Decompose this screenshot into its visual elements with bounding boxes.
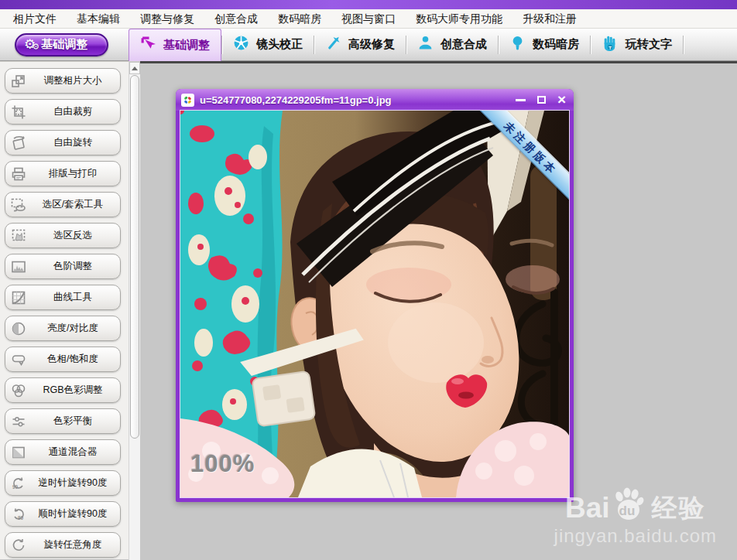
rotate-cw-90-icon: 90 <box>5 507 32 522</box>
sidebar-tool-label: 选区反选 <box>32 229 120 242</box>
sidebar-tool-1[interactable]: 自由裁剪 <box>5 99 121 125</box>
curves-icon <box>5 290 32 306</box>
sidebar-tool-15[interactable]: 旋转任意角度 <box>5 532 121 558</box>
tab-advanced-repair[interactable]: 高级修复 <box>314 29 406 61</box>
zoom-level-label: 100% <box>190 450 255 478</box>
sidebar-tool-8[interactable]: 亮度/对比度 <box>5 316 121 341</box>
baidu-paw-icon: du <box>612 487 646 521</box>
lasso-icon <box>5 197 32 213</box>
svg-text:T: T <box>608 45 612 50</box>
sidebar-tool-11[interactable]: 色彩平衡 <box>5 408 121 434</box>
tools-sidebar: 调整相片大小自由裁剪自由旋转排版与打印选区/套索工具选区反选色阶调整曲线工具亮度… <box>0 61 140 559</box>
hue-saturation-icon <box>5 352 32 367</box>
baidu-du-text: du <box>619 504 636 519</box>
menu-item-4[interactable]: 数码暗房 <box>268 9 331 28</box>
crop-icon <box>5 104 32 120</box>
sidebar-tool-label: 自由裁剪 <box>32 105 120 118</box>
sidebar-scrollbar[interactable] <box>129 62 140 560</box>
free-rotate-icon <box>5 135 32 151</box>
tab-creative-composite[interactable]: 创意合成 <box>406 29 498 61</box>
tab-digital-darkroom[interactable]: 数码暗房 <box>499 29 590 61</box>
jingyan-url: jingyan.baidu.com <box>554 525 717 547</box>
baidu-jingyan-watermark: Bai du 经验 jingyan.baidu.com <box>554 487 717 547</box>
sidebar-tool-9[interactable]: 色相/饱和度 <box>5 347 121 372</box>
aperture-icon <box>233 35 249 54</box>
sidebar-tool-label: 曲线工具 <box>32 291 120 304</box>
menu-item-0[interactable]: 相片文件 <box>3 9 67 28</box>
sidebar-tool-5[interactable]: 选区反选 <box>5 223 121 248</box>
sidebar-tool-label: 色彩平衡 <box>32 415 120 428</box>
maximize-button[interactable] <box>537 96 546 104</box>
photo-document-window: u=524777080,2274229205fm=11gp=0.jpg × <box>176 89 574 502</box>
sidebar-tool-10[interactable]: RGB色彩调整 <box>5 377 121 403</box>
toolbar-tabstrip: 基础调整 镜头校正 高级修复 创意合成 数码暗房 <box>129 29 684 61</box>
menu-item-5[interactable]: 视图与窗口 <box>331 9 406 28</box>
tab-lens-correction[interactable]: 镜头校正 <box>222 29 314 61</box>
brightness-contrast-icon <box>5 321 32 336</box>
menu-item-1[interactable]: 基本编辑 <box>67 9 130 28</box>
sidebar-tool-7[interactable]: 曲线工具 <box>5 285 121 310</box>
mode-button-label: 基础调整 <box>41 37 87 52</box>
sidebar-tool-label: 调整相片大小 <box>32 74 120 87</box>
menu-bar: 相片文件基本编辑调整与修复创意合成数码暗房视图与窗口数码大师专用功能升级和注册 <box>0 9 737 29</box>
person-icon <box>417 35 434 54</box>
levels-icon <box>5 259 32 275</box>
sidebar-tool-label: 逆时针旋转90度 <box>32 476 120 490</box>
workspace-canvas: u=524777080,2274229205fm=11gp=0.jpg × <box>140 61 737 559</box>
cursor-select-icon <box>140 36 156 55</box>
divider <box>683 36 684 54</box>
color-balance-icon <box>5 414 32 429</box>
rgb-circles-icon <box>5 383 32 398</box>
sidebar-tool-6[interactable]: 色阶调整 <box>5 254 121 279</box>
minimize-button[interactable] <box>516 99 526 101</box>
print-icon <box>5 166 32 182</box>
tab-label: 高级修复 <box>348 37 395 52</box>
sidebar-tool-label: 色相/饱和度 <box>32 353 120 366</box>
sidebar-tool-label: 旋转任意角度 <box>32 538 120 551</box>
toolbar: ⚙⚙ 基础调整 基础调整 镜头校正 高级修复 <box>0 29 737 61</box>
svg-text:90: 90 <box>12 484 19 490</box>
rotate-any-angle-icon <box>5 538 32 553</box>
svg-text:90: 90 <box>18 515 24 521</box>
tab-label: 镜头校正 <box>256 37 303 52</box>
portrait-photo <box>180 111 569 497</box>
window-controls: × <box>516 94 566 106</box>
baidu-logo-text: Bai <box>565 495 610 521</box>
scroll-up-button[interactable] <box>129 62 140 74</box>
channel-mixer-icon <box>5 445 32 460</box>
menu-item-7[interactable]: 升级和注册 <box>512 9 587 28</box>
sidebar-tool-13[interactable]: 90逆时针旋转90度 <box>5 470 121 496</box>
sidebar-tool-label: 色阶调整 <box>32 260 120 273</box>
menu-item-6[interactable]: 数码大师专用功能 <box>406 9 512 28</box>
photo-window-title: u=524777080,2274229205fm=11gp=0.jpg <box>200 94 516 106</box>
basic-adjust-mode-button[interactable]: ⚙⚙ 基础调整 <box>15 33 108 56</box>
app-pinwheel-icon <box>181 94 194 107</box>
close-button[interactable]: × <box>557 94 566 106</box>
sidebar-tool-label: RGB色彩调整 <box>32 384 120 397</box>
tab-label: 创意合成 <box>440 37 487 52</box>
resize-icon <box>5 73 32 89</box>
sidebar-tool-12[interactable]: 通道混合器 <box>5 439 121 465</box>
gears-icon: ⚙⚙ <box>24 38 36 51</box>
sidebar-tool-label: 选区/套索工具 <box>32 198 120 211</box>
menu-item-3[interactable]: 创意合成 <box>204 9 268 28</box>
photo-canvas: 未注册版本 100% <box>180 111 569 497</box>
lightbulb-icon <box>509 35 526 54</box>
tab-label: 基础调整 <box>163 38 210 53</box>
magic-wand-icon <box>325 35 341 54</box>
sidebar-tool-0[interactable]: 调整相片大小 <box>5 68 121 94</box>
sidebar-tool-4[interactable]: 选区/套索工具 <box>5 192 121 217</box>
photo-window-titlebar[interactable]: u=524777080,2274229205fm=11gp=0.jpg × <box>176 89 574 111</box>
scrollbar-thumb[interactable] <box>130 75 139 439</box>
jingyan-text: 经验 <box>652 495 706 521</box>
sidebar-tool-label: 通道混合器 <box>32 446 120 459</box>
sidebar-tool-14[interactable]: 90顺时针旋转90度 <box>5 501 121 527</box>
tab-label: 玩转文字 <box>626 37 672 52</box>
sidebar-tool-2[interactable]: 自由旋转 <box>5 130 121 155</box>
sidebar-tool-label: 亮度/对比度 <box>32 322 120 335</box>
sidebar-tool-3[interactable]: 排版与打印 <box>5 161 121 186</box>
up-arrow-icon <box>132 67 138 70</box>
tab-basic-adjust[interactable]: 基础调整 <box>129 29 221 61</box>
menu-item-2[interactable]: 调整与修复 <box>130 9 204 28</box>
tab-text-effects[interactable]: T 玩转文字 <box>591 29 683 61</box>
